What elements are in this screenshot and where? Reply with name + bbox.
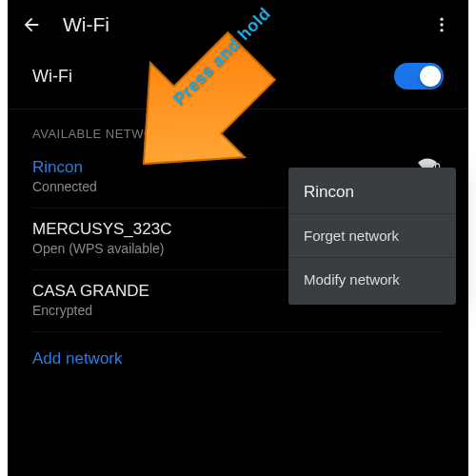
svg-point-0 [440, 18, 443, 21]
add-network-button[interactable]: Add network [8, 332, 468, 386]
context-menu-forget[interactable]: Forget network [288, 214, 456, 257]
context-menu: Rincon Forget network Modify network [288, 168, 456, 305]
wifi-master-row[interactable]: Wi-Fi [8, 46, 468, 109]
network-status: Encrypted [32, 303, 444, 318]
wifi-master-label: Wi-Fi [32, 67, 72, 87]
section-header: AVAILABLE NETWORKS [8, 109, 468, 147]
svg-point-2 [440, 29, 443, 31]
context-menu-title: Rincon [288, 171, 456, 213]
context-menu-modify[interactable]: Modify network [288, 258, 456, 301]
more-vert-icon[interactable] [432, 15, 451, 34]
svg-point-1 [440, 23, 443, 26]
back-arrow-icon[interactable] [21, 14, 42, 35]
wifi-toggle-switch[interactable] [394, 63, 444, 89]
page-title: Wi-Fi [63, 13, 109, 36]
